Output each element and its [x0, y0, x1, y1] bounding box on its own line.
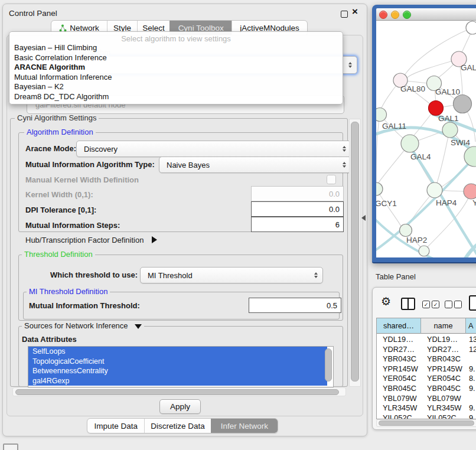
node-gray[interactable]: [454, 95, 472, 113]
network-view-window: GAL GAL80 GAL10 GAL1 GAL11 SWI4 GAL4 GCY…: [372, 5, 476, 263]
node-gcy1[interactable]: [376, 182, 383, 195]
tab-impute-data[interactable]: Impute Data: [87, 419, 144, 433]
node-label: GAL80: [400, 84, 425, 93]
column-header-shared-name[interactable]: shared…: [377, 318, 421, 334]
cyni-algorithm-settings-title: Cyni Algorithm Settings: [15, 114, 99, 122]
node-gal1-selected[interactable]: [429, 101, 444, 116]
cell-name: YBL079W: [427, 394, 464, 403]
export-table-icon[interactable]: [469, 295, 476, 311]
table-row[interactable]: YDR27… YDR27… 12: [377, 345, 476, 355]
which-threshold-combo[interactable]: MI Threshold: [140, 267, 323, 283]
cell-name: YER054C: [427, 374, 464, 383]
sources-title-label: Sources for Network Inference: [24, 321, 128, 330]
node-label: Y: [472, 198, 476, 207]
aracne-mode-value: Discovery: [84, 145, 118, 154]
table-row[interactable]: YIL052C YIL052C 9.: [377, 413, 476, 419]
hub-definition-expander[interactable]: Hub/Transcription Factor Definition: [25, 236, 157, 245]
network-canvas[interactable]: GAL GAL80 GAL10 GAL1 GAL11 SWI4 GAL4 GCY…: [376, 21, 476, 257]
gear-icon[interactable]: ⚙: [381, 296, 391, 307]
float-window-icon[interactable]: [341, 11, 348, 18]
node-label: HAP2: [406, 236, 427, 244]
node-label: GAL: [461, 63, 476, 72]
cell-value: 9.: [469, 403, 476, 412]
combo-spinner-icon: [343, 162, 346, 168]
combo-spinner-icon: [343, 146, 346, 152]
tab-discretize-data[interactable]: Discretize Data: [144, 419, 210, 433]
zoom-traffic-icon[interactable]: [403, 11, 411, 19]
list-scrollbar-thumb[interactable]: [325, 348, 332, 381]
node-swi4[interactable]: [442, 122, 458, 138]
cell-shared-name: YBL079W: [383, 394, 419, 403]
node[interactable]: [466, 21, 476, 34]
dropdown-item[interactable]: Dream8 DC_TDC Algorithm: [14, 92, 109, 102]
tab-infer-network[interactable]: Infer Network: [211, 419, 278, 433]
table-row[interactable]: YBR043C YBR043C: [377, 354, 476, 364]
table-horizontal-scrollbar[interactable]: [376, 419, 476, 427]
tab-infer-network-label: Infer Network: [221, 422, 268, 431]
node-hap4[interactable]: [427, 182, 442, 198]
table-row[interactable]: YPR145W YPR145W 9.: [377, 364, 476, 374]
column-header-partial[interactable]: A: [466, 318, 476, 334]
combo-spinner-icon: [348, 62, 352, 68]
mi-threshold-field[interactable]: 0.5: [249, 298, 341, 313]
manual-kernel-width-checkbox[interactable]: [327, 175, 336, 184]
settings-horizontal-scrollbar[interactable]: [12, 387, 346, 396]
close-icon[interactable]: ×: [352, 6, 358, 18]
column-header-name[interactable]: name: [421, 318, 466, 334]
cell-value: 12: [469, 345, 476, 354]
dropdown-item[interactable]: Bayesian – K2: [14, 82, 64, 92]
table-row[interactable]: YER054C YER054C 8.: [377, 374, 476, 384]
node-salmon[interactable]: [464, 184, 476, 199]
hub-definition-label: Hub/Transcription Factor Definition: [25, 236, 144, 244]
settings-vscroll-thumb[interactable]: [351, 122, 359, 381]
settings-hscroll-thumb[interactable]: [15, 389, 339, 395]
list-item[interactable]: TopologicalCoefficient: [28, 357, 327, 367]
network-window-titlebar[interactable]: [376, 8, 476, 21]
apply-button-label: Apply: [170, 402, 190, 411]
list-item[interactable]: SelfLoops: [28, 347, 327, 357]
tab-discretize-data-label: Discretize Data: [151, 422, 205, 431]
dropdown-item[interactable]: Basic Correlation Inference: [14, 53, 107, 63]
mi-algorithm-type-combo[interactable]: Naive Bayes: [159, 156, 351, 173]
bottom-tabbar: Impute Data Discretize Data Infer Networ…: [87, 418, 278, 433]
hide-columns-icon[interactable]: [445, 301, 462, 308]
node-gal4[interactable]: [401, 135, 419, 152]
list-item[interactable]: gal4RGexp: [28, 376, 327, 386]
list-item[interactable]: BetweennessCentrality: [28, 366, 327, 376]
table-row[interactable]: YLR345W YLR345W 9.: [377, 403, 476, 413]
minimize-traffic-icon[interactable]: [391, 11, 399, 19]
dpi-tolerance-field[interactable]: 0.0: [251, 201, 344, 217]
aracne-mode-combo[interactable]: Discovery: [76, 141, 351, 157]
table-panel-window: ⚙ ✓ ✓ shared… name A YDL19… YDL19… 13 YD…: [372, 287, 476, 430]
mi-steps-field[interactable]: 6: [251, 217, 344, 232]
apply-button[interactable]: Apply: [159, 399, 201, 414]
node[interactable]: [419, 246, 429, 256]
settings-vertical-scrollbar[interactable]: [349, 119, 361, 387]
cell-value: 13: [469, 335, 476, 344]
splitter-collapse-icon[interactable]: [361, 215, 366, 221]
node-hap2[interactable]: [400, 224, 412, 237]
close-traffic-icon[interactable]: [379, 11, 387, 19]
table-hscroll-thumb[interactable]: [379, 420, 474, 426]
sources-group-title[interactable]: Sources for Network Inference: [22, 322, 144, 330]
show-columns-icon[interactable]: ✓ ✓: [422, 301, 439, 308]
data-attributes-list[interactable]: SelfLoops TopologicalCoefficient Between…: [28, 346, 334, 387]
dropdown-item[interactable]: Bayesian – Hill Climbing: [14, 43, 97, 53]
table-row[interactable]: YBL079W YBL079W: [377, 394, 476, 404]
table-row[interactable]: YBR045C YBR045C 9.: [377, 384, 476, 394]
control-panel-title: Control Panel: [9, 9, 57, 18]
table-row[interactable]: YDL19… YDL19… 13: [377, 335, 476, 345]
cell-value: 9.: [469, 413, 476, 419]
node[interactable]: [464, 146, 476, 167]
cell-shared-name: YBR045C: [383, 384, 419, 393]
dropdown-item-selected[interactable]: ARACNE Algorithm: [14, 63, 85, 73]
cell-name: YIL052C: [427, 413, 464, 419]
split-columns-icon[interactable]: [401, 298, 415, 310]
kernel-width-field[interactable]: 0.0: [251, 186, 344, 201]
docked-panel-stub[interactable]: [3, 444, 18, 450]
node-label: GAL1: [438, 114, 459, 123]
algorithm-definition-title: Algorithm Definition: [24, 128, 96, 136]
cell-value: 8.: [469, 374, 476, 383]
dropdown-item[interactable]: Mutual Information Inference: [14, 73, 112, 83]
node-gal11[interactable]: [376, 108, 387, 122]
